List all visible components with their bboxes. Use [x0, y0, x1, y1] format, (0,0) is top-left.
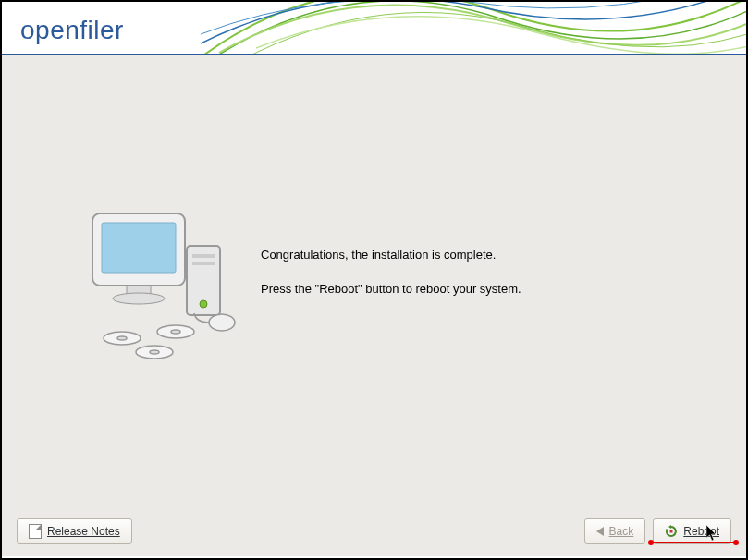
footer-bar: Release Notes Back Reboot [2, 505, 746, 556]
content-area: Congratulations, the installation is com… [2, 55, 746, 505]
reboot-button[interactable]: Reboot [653, 518, 731, 544]
arrow-left-icon [596, 527, 604, 536]
reboot-icon [665, 525, 678, 538]
svg-rect-2 [192, 262, 215, 265]
header-bar: openfiler [2, 2, 746, 55]
computer-illustration [67, 195, 251, 366]
congrats-line1: Congratulations, the installation is com… [261, 246, 709, 264]
svg-rect-1 [192, 254, 215, 258]
svg-point-3 [200, 300, 207, 308]
svg-rect-15 [670, 530, 673, 532]
annotation-line [651, 542, 736, 543]
document-icon [29, 524, 42, 539]
back-label: Back [609, 525, 634, 538]
mouse-cursor [706, 525, 717, 542]
header-swirl [201, 2, 746, 55]
svg-point-12 [117, 336, 127, 340]
message-column: Congratulations, the installation is com… [261, 246, 746, 315]
svg-point-7 [113, 293, 165, 304]
congrats-line2: Press the "Reboot" button to reboot your… [261, 280, 709, 298]
release-notes-label: Release Notes [47, 525, 120, 538]
svg-point-8 [209, 314, 235, 331]
back-button: Back [584, 518, 646, 544]
logo: openfiler [20, 16, 124, 45]
release-notes-button[interactable]: Release Notes [17, 518, 132, 544]
svg-rect-5 [102, 223, 176, 273]
svg-point-10 [171, 330, 180, 334]
svg-point-14 [150, 350, 159, 354]
illustration-column [2, 195, 261, 366]
